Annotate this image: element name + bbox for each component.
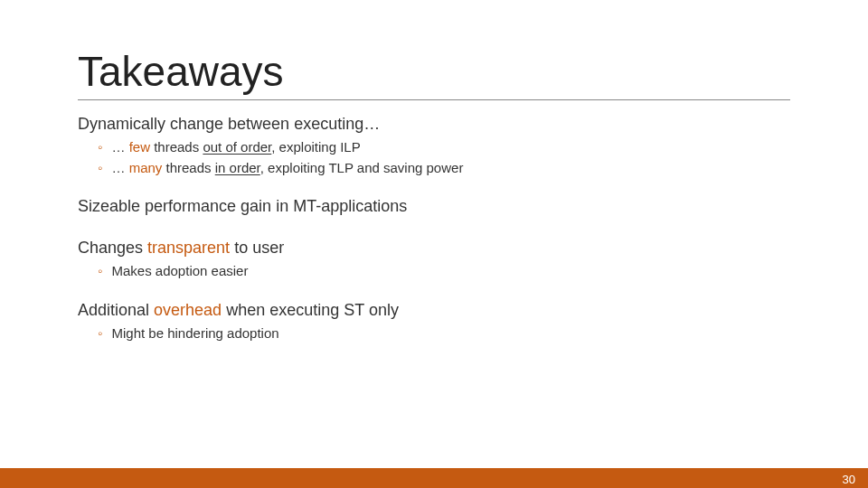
- text: …: [112, 139, 129, 155]
- text: to user: [230, 239, 284, 257]
- point-overhead: Additional overhead when executing ST on…: [78, 299, 790, 321]
- bullet-icon: ◦: [98, 325, 102, 341]
- slide: Takeaways Dynamically change between exe…: [0, 0, 868, 488]
- text: Makes adoption easier: [112, 263, 249, 278]
- text: …: [112, 160, 129, 175]
- text: Changes: [78, 239, 147, 257]
- text: Additional: [78, 301, 154, 319]
- orange-text: overhead: [154, 301, 222, 319]
- page-number: 30: [843, 473, 855, 486]
- title-divider: [78, 99, 790, 100]
- bullet-icon: ◦: [98, 139, 102, 155]
- subpoint-many-threads: ◦ … many threads in order, exploiting TL…: [98, 159, 790, 177]
- footer-bar: 30: [0, 468, 868, 488]
- text: Might be hindering adoption: [112, 325, 279, 341]
- subpoint-adoption-easier: ◦ Makes adoption easier: [98, 262, 790, 280]
- subpoint-hindering-adoption: ◦ Might be hindering adoption: [98, 324, 790, 343]
- text: when executing ST only: [222, 301, 399, 319]
- underlined-text: in order: [215, 160, 260, 175]
- orange-text: transparent: [147, 239, 230, 257]
- point-performance-gain: Sizeable performance gain in MT-applicat…: [78, 195, 790, 217]
- bullet-icon: ◦: [98, 160, 102, 175]
- point-dynamically-change: Dynamically change between executing…: [78, 113, 790, 135]
- text: threads: [150, 139, 203, 155]
- text: , exploiting TLP and saving power: [260, 160, 464, 175]
- text: , exploiting ILP: [271, 139, 360, 155]
- orange-text: many: [129, 160, 163, 175]
- underlined-text: out of order: [203, 139, 271, 155]
- orange-text: few: [129, 139, 150, 155]
- slide-title: Takeaways: [78, 47, 790, 96]
- text: threads: [162, 160, 214, 175]
- subpoint-few-threads: ◦ … few threads out of order, exploiting…: [98, 138, 790, 156]
- bullet-icon: ◦: [98, 263, 102, 278]
- point-transparent: Changes transparent to user: [78, 237, 790, 258]
